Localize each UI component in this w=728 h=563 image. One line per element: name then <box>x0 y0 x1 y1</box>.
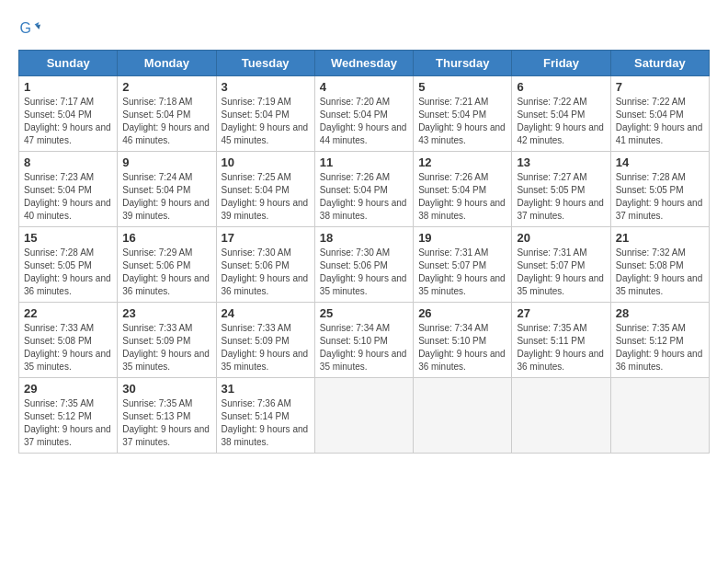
day-info: Sunrise: 7:20 AM Sunset: 5:04 PM Dayligh… <box>320 96 408 147</box>
day-number: 12 <box>418 155 506 169</box>
day-header-tuesday: Tuesday <box>216 51 314 76</box>
logo-icon: G <box>18 18 40 40</box>
calendar-cell: 9 Sunrise: 7:24 AM Sunset: 5:04 PM Dayli… <box>118 152 216 227</box>
day-info: Sunrise: 7:21 AM Sunset: 5:04 PM Dayligh… <box>418 96 506 147</box>
day-info: Sunrise: 7:33 AM Sunset: 5:08 PM Dayligh… <box>24 322 112 373</box>
day-info: Sunrise: 7:28 AM Sunset: 5:05 PM Dayligh… <box>616 171 704 223</box>
day-header-sunday: Sunday <box>19 51 118 76</box>
day-number: 1 <box>24 80 112 94</box>
calendar-cell <box>314 378 413 454</box>
day-number: 21 <box>616 231 704 245</box>
day-number: 20 <box>517 231 605 245</box>
calendar-cell: 23 Sunrise: 7:33 AM Sunset: 5:09 PM Dayl… <box>118 303 216 378</box>
calendar-cell: 19 Sunrise: 7:31 AM Sunset: 5:07 PM Dayl… <box>414 227 512 303</box>
day-info: Sunrise: 7:34 AM Sunset: 5:10 PM Dayligh… <box>418 322 506 373</box>
week-row-2: 8 Sunrise: 7:23 AM Sunset: 5:04 PM Dayli… <box>19 152 710 227</box>
day-info: Sunrise: 7:34 AM Sunset: 5:10 PM Dayligh… <box>320 322 408 373</box>
day-info: Sunrise: 7:24 AM Sunset: 5:04 PM Dayligh… <box>122 171 210 223</box>
day-info: Sunrise: 7:22 AM Sunset: 5:04 PM Dayligh… <box>616 96 704 147</box>
day-number: 4 <box>320 80 408 94</box>
day-header-wednesday: Wednesday <box>314 51 413 76</box>
day-number: 30 <box>122 382 210 396</box>
day-number: 8 <box>24 155 112 169</box>
day-info: Sunrise: 7:33 AM Sunset: 5:09 PM Dayligh… <box>122 322 210 373</box>
day-number: 29 <box>24 382 112 396</box>
day-info: Sunrise: 7:23 AM Sunset: 5:04 PM Dayligh… <box>24 171 112 223</box>
day-number: 17 <box>222 231 310 245</box>
day-info: Sunrise: 7:36 AM Sunset: 5:14 PM Dayligh… <box>222 397 310 449</box>
day-header-monday: Monday <box>118 51 216 76</box>
svg-text:G: G <box>20 20 31 36</box>
day-number: 10 <box>222 155 310 169</box>
day-number: 3 <box>222 80 310 94</box>
day-number: 7 <box>616 80 704 94</box>
calendar-cell: 3 Sunrise: 7:19 AM Sunset: 5:04 PM Dayli… <box>216 76 314 152</box>
calendar-cell <box>610 378 709 454</box>
calendar-cell: 1 Sunrise: 7:17 AM Sunset: 5:04 PM Dayli… <box>19 76 118 152</box>
day-number: 22 <box>24 306 112 320</box>
calendar-cell: 30 Sunrise: 7:35 AM Sunset: 5:13 PM Dayl… <box>118 378 216 454</box>
week-row-5: 29 Sunrise: 7:35 AM Sunset: 5:12 PM Dayl… <box>19 378 710 454</box>
day-info: Sunrise: 7:35 AM Sunset: 5:13 PM Dayligh… <box>122 397 210 449</box>
day-info: Sunrise: 7:32 AM Sunset: 5:08 PM Dayligh… <box>616 247 704 298</box>
day-info: Sunrise: 7:29 AM Sunset: 5:06 PM Dayligh… <box>122 247 210 298</box>
day-info: Sunrise: 7:30 AM Sunset: 5:06 PM Dayligh… <box>222 247 310 298</box>
calendar-cell: 26 Sunrise: 7:34 AM Sunset: 5:10 PM Dayl… <box>414 303 512 378</box>
logo: G <box>18 18 44 40</box>
day-number: 15 <box>24 231 112 245</box>
calendar-cell: 22 Sunrise: 7:33 AM Sunset: 5:08 PM Dayl… <box>19 303 118 378</box>
calendar-cell: 17 Sunrise: 7:30 AM Sunset: 5:06 PM Dayl… <box>216 227 314 303</box>
calendar-cell: 14 Sunrise: 7:28 AM Sunset: 5:05 PM Dayl… <box>610 152 709 227</box>
day-number: 23 <box>122 306 210 320</box>
day-info: Sunrise: 7:31 AM Sunset: 5:07 PM Dayligh… <box>517 247 605 298</box>
calendar-table: SundayMondayTuesdayWednesdayThursdayFrid… <box>18 50 710 454</box>
day-info: Sunrise: 7:17 AM Sunset: 5:04 PM Dayligh… <box>24 96 112 147</box>
calendar-cell: 11 Sunrise: 7:26 AM Sunset: 5:04 PM Dayl… <box>314 152 413 227</box>
day-info: Sunrise: 7:26 AM Sunset: 5:04 PM Dayligh… <box>320 171 408 223</box>
day-info: Sunrise: 7:30 AM Sunset: 5:06 PM Dayligh… <box>320 247 408 298</box>
calendar-cell: 29 Sunrise: 7:35 AM Sunset: 5:12 PM Dayl… <box>19 378 118 454</box>
day-info: Sunrise: 7:22 AM Sunset: 5:04 PM Dayligh… <box>517 96 605 147</box>
day-number: 9 <box>122 155 210 169</box>
day-number: 25 <box>320 306 408 320</box>
header-row: SundayMondayTuesdayWednesdayThursdayFrid… <box>19 51 710 76</box>
calendar-cell: 10 Sunrise: 7:25 AM Sunset: 5:04 PM Dayl… <box>216 152 314 227</box>
calendar-cell: 31 Sunrise: 7:36 AM Sunset: 5:14 PM Dayl… <box>216 378 314 454</box>
day-info: Sunrise: 7:25 AM Sunset: 5:04 PM Dayligh… <box>222 171 310 223</box>
day-number: 13 <box>517 155 605 169</box>
week-row-3: 15 Sunrise: 7:28 AM Sunset: 5:05 PM Dayl… <box>19 227 710 303</box>
week-row-4: 22 Sunrise: 7:33 AM Sunset: 5:08 PM Dayl… <box>19 303 710 378</box>
calendar-cell: 28 Sunrise: 7:35 AM Sunset: 5:12 PM Dayl… <box>610 303 709 378</box>
calendar-cell: 13 Sunrise: 7:27 AM Sunset: 5:05 PM Dayl… <box>512 152 610 227</box>
day-info: Sunrise: 7:33 AM Sunset: 5:09 PM Dayligh… <box>222 322 310 373</box>
day-number: 31 <box>222 382 310 396</box>
day-number: 14 <box>616 155 704 169</box>
day-info: Sunrise: 7:35 AM Sunset: 5:12 PM Dayligh… <box>616 322 704 373</box>
calendar-cell: 21 Sunrise: 7:32 AM Sunset: 5:08 PM Dayl… <box>610 227 709 303</box>
calendar-cell <box>512 378 610 454</box>
day-info: Sunrise: 7:19 AM Sunset: 5:04 PM Dayligh… <box>222 96 310 147</box>
calendar-cell: 4 Sunrise: 7:20 AM Sunset: 5:04 PM Dayli… <box>314 76 413 152</box>
day-header-thursday: Thursday <box>414 51 512 76</box>
week-row-1: 1 Sunrise: 7:17 AM Sunset: 5:04 PM Dayli… <box>19 76 710 152</box>
calendar-cell: 16 Sunrise: 7:29 AM Sunset: 5:06 PM Dayl… <box>118 227 216 303</box>
day-number: 19 <box>418 231 506 245</box>
day-info: Sunrise: 7:35 AM Sunset: 5:12 PM Dayligh… <box>24 397 112 449</box>
day-info: Sunrise: 7:18 AM Sunset: 5:04 PM Dayligh… <box>122 96 210 147</box>
day-info: Sunrise: 7:27 AM Sunset: 5:05 PM Dayligh… <box>517 171 605 223</box>
calendar-cell: 25 Sunrise: 7:34 AM Sunset: 5:10 PM Dayl… <box>314 303 413 378</box>
calendar-cell: 24 Sunrise: 7:33 AM Sunset: 5:09 PM Dayl… <box>216 303 314 378</box>
calendar-cell: 2 Sunrise: 7:18 AM Sunset: 5:04 PM Dayli… <box>118 76 216 152</box>
calendar-cell: 5 Sunrise: 7:21 AM Sunset: 5:04 PM Dayli… <box>414 76 512 152</box>
calendar-cell <box>414 378 512 454</box>
calendar-cell: 15 Sunrise: 7:28 AM Sunset: 5:05 PM Dayl… <box>19 227 118 303</box>
page-header: G <box>18 18 710 40</box>
day-info: Sunrise: 7:31 AM Sunset: 5:07 PM Dayligh… <box>418 247 506 298</box>
calendar-cell: 12 Sunrise: 7:26 AM Sunset: 5:04 PM Dayl… <box>414 152 512 227</box>
day-number: 11 <box>320 155 408 169</box>
day-number: 16 <box>122 231 210 245</box>
calendar-cell: 8 Sunrise: 7:23 AM Sunset: 5:04 PM Dayli… <box>19 152 118 227</box>
day-number: 28 <box>616 306 704 320</box>
day-header-friday: Friday <box>512 51 610 76</box>
calendar-cell: 18 Sunrise: 7:30 AM Sunset: 5:06 PM Dayl… <box>314 227 413 303</box>
